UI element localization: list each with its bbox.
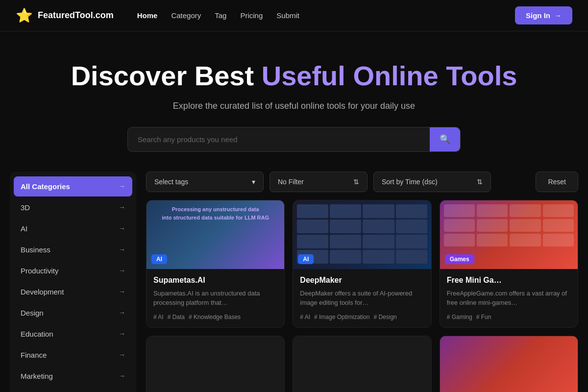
search-bar: 🔍 <box>127 127 461 152</box>
arrow-icon: → <box>119 309 125 317</box>
nav-tag[interactable]: Tag <box>215 11 226 20</box>
arrow-icon: → <box>119 330 125 338</box>
card-description: FreeAppleGame.com offers a vast array of… <box>447 289 571 308</box>
sidebar-item-marketing[interactable]: Marketing → <box>14 366 132 386</box>
arrow-icon: → <box>119 224 125 232</box>
sidebar-item-label: Finance <box>21 351 47 359</box>
card-tag: # Design <box>373 314 396 320</box>
logo[interactable]: ⭐ FeaturedTool.com <box>16 7 114 24</box>
card-tag: # Image Optimization <box>314 314 369 320</box>
search-input[interactable] <box>128 127 430 151</box>
arrow-right-icon: → <box>554 11 562 20</box>
nav-pricing[interactable]: Pricing <box>240 11 263 20</box>
nav-links: Home Category Tag Pricing Submit <box>137 11 515 20</box>
sidebar-item-business[interactable]: Business → <box>14 240 132 260</box>
card-thumbnail: AI <box>293 200 431 269</box>
nav-home[interactable]: Home <box>137 11 158 20</box>
filter-label: No Filter <box>278 178 304 186</box>
sidebar-item-all-categories[interactable]: All Categories → <box>14 176 132 196</box>
card-thumbnail: Games <box>440 200 578 269</box>
sort-label: Sort by Time (dsc) <box>382 178 438 186</box>
card-title: DeepMaker <box>300 276 424 285</box>
hero-title-accent: Useful Online Tools <box>262 60 517 91</box>
card-title: Supametas.AI <box>153 276 277 285</box>
sidebar-item-design[interactable]: Design → <box>14 303 132 323</box>
logo-text: FeaturedTool.com <box>38 10 114 21</box>
sidebar-item-label: Education <box>21 330 53 338</box>
card-thumbnail: Processing any unstructured datainto str… <box>147 200 284 269</box>
card-thumbnail <box>440 336 578 392</box>
sidebar-item-3d[interactable]: 3D → <box>14 197 132 218</box>
hero-subtitle: Explore the curated list of useful onlin… <box>16 101 572 111</box>
sidebar-item-productivity[interactable]: Productivity → <box>14 261 132 281</box>
thumb-content <box>293 200 431 268</box>
arrow-icon: → <box>119 182 125 190</box>
filter-bar: Select tags ▾ No Filter ⇅ Sort by Time (… <box>146 172 578 192</box>
card-badge: AI <box>151 254 167 264</box>
card-description: Supametas.AI is an unstructured data pro… <box>153 289 277 308</box>
chevron-down-icon: ▾ <box>252 178 255 186</box>
card-tag: # Gaming <box>447 314 472 320</box>
sidebar-item-label: Business <box>21 245 50 254</box>
tags-filter[interactable]: Select tags ▾ <box>146 172 264 192</box>
card-tag: # AI <box>300 314 310 320</box>
arrow-icon: → <box>119 351 125 359</box>
sidebar: All Categories → 3D → AI → Business → Pr… <box>10 172 136 392</box>
hero-title: Discover Best Useful Online Tools <box>16 61 572 91</box>
nav-category[interactable]: Category <box>171 11 201 20</box>
thumb-content <box>440 200 578 250</box>
sidebar-item-label: 3D <box>21 203 30 212</box>
tool-card[interactable]: Processing any unstructured datainto str… <box>146 200 285 328</box>
card-description: DeepMaker offers a suite of AI-powered i… <box>300 289 424 308</box>
nav-submit[interactable]: Submit <box>276 11 299 20</box>
card-tags: # Gaming # Fun <box>447 314 571 320</box>
logo-star-icon: ⭐ <box>16 7 33 24</box>
tags-filter-label: Select tags <box>154 178 188 186</box>
sidebar-item-development[interactable]: Development → <box>14 282 132 302</box>
card-tag: # AI <box>153 314 164 320</box>
card-tag: # Data <box>168 314 185 320</box>
search-button[interactable]: 🔍 <box>430 127 460 151</box>
card-body: DeepMaker DeepMaker offers a suite of AI… <box>293 269 431 327</box>
hero-title-prefix: Discover Best <box>71 60 262 91</box>
hero-section: Discover Best Useful Online Tools Explor… <box>0 31 588 172</box>
sign-in-button[interactable]: Sign In → <box>515 6 572 24</box>
card-tag: # Fun <box>476 314 491 320</box>
sidebar-item-education[interactable]: Education → <box>14 324 132 344</box>
card-thumbnail <box>147 336 284 392</box>
sidebar-item-label: All Categories <box>21 182 70 191</box>
search-icon: 🔍 <box>440 134 450 144</box>
arrow-icon: → <box>119 372 125 380</box>
content-area: Select tags ▾ No Filter ⇅ Sort by Time (… <box>146 172 578 392</box>
arrow-icon: → <box>119 288 125 295</box>
arrow-icon: → <box>119 245 125 253</box>
card-title: Free Mini Ga… <box>447 276 571 285</box>
tool-card[interactable] <box>146 336 285 392</box>
sidebar-item-finance[interactable]: Finance → <box>14 345 132 365</box>
sidebar-item-label: AI <box>21 224 27 233</box>
card-thumbnail <box>293 336 431 392</box>
sidebar-item-label: Marketing <box>21 372 53 380</box>
arrow-icon: → <box>119 203 125 211</box>
card-tags: # AI # Data # Knowledge Bases <box>153 314 277 320</box>
sidebar-item-label: Design <box>21 309 44 317</box>
tool-card[interactable]: Games Free Mini Ga… FreeAppleGame.com of… <box>440 200 578 328</box>
tool-card[interactable]: AI DeepMaker DeepMaker offers a suite of… <box>293 200 431 328</box>
sign-in-label: Sign In <box>526 11 550 20</box>
updown-icon: ⇅ <box>353 178 359 186</box>
sidebar-item-label: Productivity <box>21 267 59 275</box>
tool-card[interactable] <box>293 336 431 392</box>
cards-grid: Processing any unstructured datainto str… <box>146 200 578 392</box>
thumb-content: Processing any unstructured datainto str… <box>147 200 284 227</box>
filter-dropdown[interactable]: No Filter ⇅ <box>270 172 368 192</box>
navbar: ⭐ FeaturedTool.com Home Category Tag Pri… <box>0 0 588 31</box>
tool-card[interactable] <box>440 336 578 392</box>
sidebar-item-label: Development <box>21 288 64 296</box>
reset-button[interactable]: Reset <box>536 172 578 192</box>
card-body: Supametas.AI Supametas.AI is an unstruct… <box>147 269 284 327</box>
updown-icon: ⇅ <box>477 178 483 186</box>
card-tag: # Knowledge Bases <box>189 314 241 320</box>
arrow-icon: → <box>119 267 125 274</box>
sort-dropdown[interactable]: Sort by Time (dsc) ⇅ <box>373 172 491 192</box>
sidebar-item-ai[interactable]: AI → <box>14 219 132 239</box>
